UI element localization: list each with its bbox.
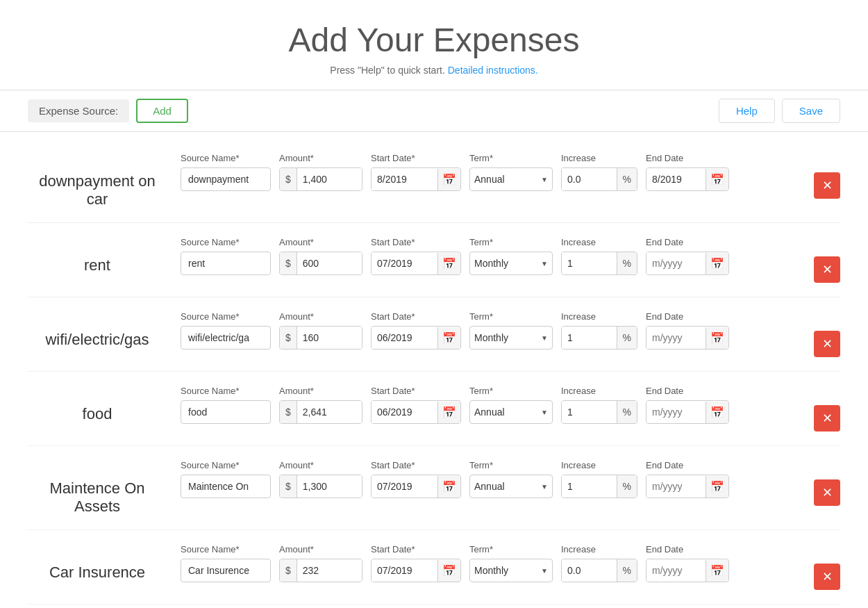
expenses-list: downpayment on car Source Name* Amount* … [0,132,868,608]
delete-button-rent[interactable]: ✕ [814,256,840,283]
increase-group: Increase [561,460,637,470]
end-date-group: End Date [646,386,729,396]
percent-sign: % [617,327,637,349]
increase-input[interactable] [562,475,617,498]
amount-input[interactable] [297,401,362,423]
term-group: Term* [469,153,553,163]
source-name-input[interactable] [181,252,271,275]
start-date-input[interactable] [372,401,437,423]
start-date-calendar-icon[interactable]: 📅 [437,402,460,423]
fields-header: Source Name* Amount* Start Date* Term* I… [181,386,800,396]
amount-input[interactable] [297,168,362,190]
increase-input[interactable] [562,559,617,582]
delete-button-maintence-on-assets[interactable]: ✕ [814,479,840,506]
delete-button-food[interactable]: ✕ [814,405,840,432]
add-button[interactable]: Add [136,99,188,123]
percent-sign: % [617,475,637,498]
start-date-input[interactable] [372,559,437,582]
term-select[interactable]: AnnualMonthlyWeeklyDaily [470,327,537,349]
source-name-input[interactable] [181,326,271,350]
expense-fields-rent: Source Name* Amount* Start Date* Term* I… [181,237,800,275]
start-date-field: 📅 [371,559,461,582]
end-date-field: 📅 [646,252,729,275]
source-name-label: Source Name* [181,311,271,322]
end-date-input[interactable] [646,168,706,190]
dollar-sign: $ [280,475,297,498]
term-select[interactable]: AnnualMonthlyWeeklyDaily [470,168,537,190]
source-name-input[interactable] [181,475,271,498]
amount-wrapper: $ [279,167,362,191]
source-name-input[interactable] [181,167,271,191]
end-date-wrapper: 📅 [646,326,729,350]
end-date-wrapper: 📅 [646,559,729,582]
increase-input[interactable] [562,168,617,190]
end-date-field: 📅 [646,326,729,350]
term-label: Term* [469,311,553,322]
start-date-field: 📅 [371,167,461,191]
term-select-wrapper: AnnualMonthlyWeeklyDaily ▼ [469,326,553,350]
end-date-input[interactable] [646,327,706,349]
term-select[interactable]: AnnualMonthlyWeeklyDaily [470,252,537,274]
source-name-input[interactable] [181,559,271,582]
term-select[interactable]: AnnualMonthlyWeeklyDaily [470,559,537,582]
detailed-instructions-link[interactable]: Detailed instructions. [448,65,538,76]
amount-label: Amount* [279,237,362,247]
help-button[interactable]: Help [719,99,775,123]
start-date-input[interactable] [372,327,437,349]
delete-button-wifi-electric-gas[interactable]: ✕ [814,331,840,357]
increase-input[interactable] [562,252,617,274]
select-arrow-icon: ▼ [537,329,552,347]
increase-field: % [561,167,637,191]
save-button[interactable]: Save [782,99,840,123]
amount-input[interactable] [297,475,362,498]
term-group: Term* [469,386,553,396]
increase-input[interactable] [562,327,617,349]
source-name-input[interactable] [181,400,271,424]
increase-group: Increase [561,544,637,554]
start-date-wrapper: 📅 [371,252,461,275]
end-date-calendar-icon[interactable]: 📅 [706,402,728,423]
start-date-label: Start Date* [371,237,461,247]
start-date-input[interactable] [372,475,437,498]
source-name-field [181,326,271,350]
start-date-input[interactable] [372,168,437,190]
increase-input[interactable] [562,401,617,423]
delete-button-downpayment-on-car[interactable]: ✕ [814,172,840,199]
term-select[interactable]: AnnualMonthlyWeeklyDaily [470,401,537,423]
start-date-calendar-icon[interactable]: 📅 [437,327,460,349]
select-arrow-icon: ▼ [537,561,552,580]
end-date-calendar-icon[interactable]: 📅 [706,169,728,190]
start-date-label: Start Date* [371,311,461,322]
term-label: Term* [469,544,553,554]
end-date-calendar-icon[interactable]: 📅 [706,253,728,274]
source-name-field [181,167,271,191]
fields-inputs: $ 📅 AnnualMonthlyWeeklyDaily [181,475,800,498]
end-date-calendar-icon[interactable]: 📅 [706,327,728,349]
amount-input[interactable] [297,327,362,349]
amount-wrapper: $ [279,326,362,350]
expense-row: wifi/electric/gas Source Name* Amount* S… [28,297,840,372]
end-date-input[interactable] [646,559,706,582]
amount-input[interactable] [297,252,362,274]
start-date-calendar-icon[interactable]: 📅 [437,560,460,582]
end-date-input[interactable] [646,475,706,498]
term-select[interactable]: AnnualMonthlyWeeklyDaily [470,475,537,498]
end-date-input[interactable] [646,252,706,274]
start-date-input[interactable] [372,252,437,274]
amount-label: Amount* [279,311,362,322]
start-date-calendar-icon[interactable]: 📅 [437,253,460,274]
expense-fields-maintence-on-assets: Source Name* Amount* Start Date* Term* I… [181,460,800,498]
amount-input[interactable] [297,559,362,582]
end-date-label: End Date [646,311,729,322]
amount-group: Amount* [279,311,362,322]
start-date-calendar-icon[interactable]: 📅 [437,169,460,190]
top-bar: Expense Source: Add Help Save [0,90,868,132]
end-date-input[interactable] [646,401,706,423]
source-name-label: Source Name* [181,544,271,554]
end-date-calendar-icon[interactable]: 📅 [706,560,728,582]
start-date-calendar-icon[interactable]: 📅 [437,476,460,498]
end-date-field: 📅 [646,400,729,424]
start-date-label: Start Date* [371,460,461,470]
delete-button-car-insurence[interactable]: ✕ [814,564,840,590]
end-date-calendar-icon[interactable]: 📅 [706,476,728,498]
